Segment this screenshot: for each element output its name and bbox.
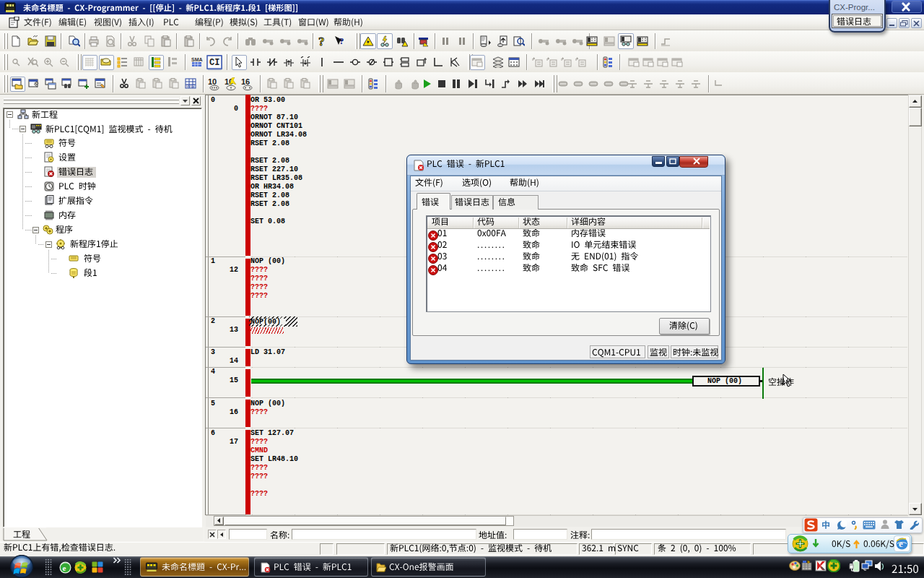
- svg-text:10: 10: [208, 77, 217, 86]
- svg-text:?: ?: [339, 35, 344, 46]
- svg-text:SMA: SMA: [191, 57, 203, 62]
- svg-text:e: e: [63, 564, 66, 572]
- svg-text:0012: 0012: [186, 85, 195, 89]
- svg-text:16: 16: [241, 77, 250, 86]
- svg-text:?: ?: [318, 35, 325, 47]
- svg-text:CI: CI: [209, 58, 219, 68]
